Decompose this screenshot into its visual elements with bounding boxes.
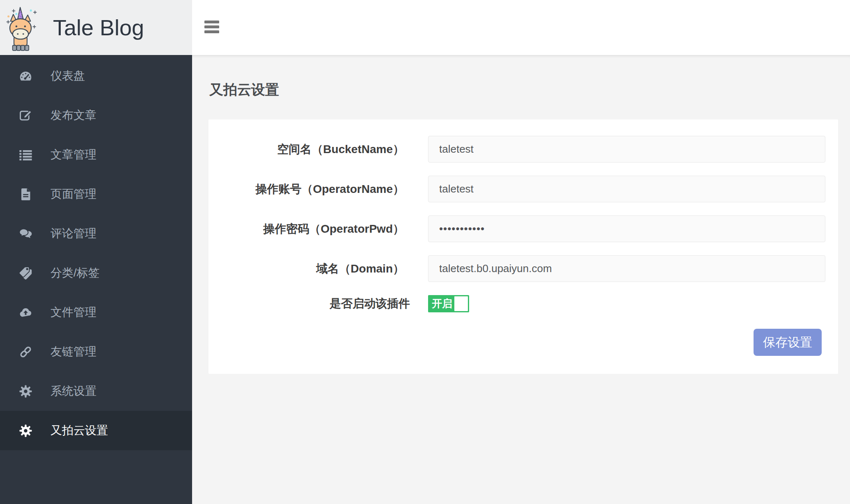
form-row-operatorpwd: 操作密码（OperatorPwd）	[208, 215, 838, 242]
sidebar-item-comment-management[interactable]: 评论管理	[0, 214, 192, 253]
page-title: 又拍云设置	[192, 55, 850, 99]
sidebar-item-publish-article[interactable]: 发布文章	[0, 96, 192, 135]
page-icon	[18, 187, 32, 201]
list-icon	[18, 148, 32, 162]
sidebar-item-label: 文章管理	[50, 147, 96, 163]
save-settings-button[interactable]: 保存设置	[754, 329, 822, 356]
sidebar-menu: 仪表盘 发布文章 文章管理 页面管理 评论管理	[0, 55, 192, 450]
form-row-plugin-toggle: 是否启动该插件 开启	[208, 295, 838, 312]
form-row-bucketname: 空间名（BucketName）	[208, 119, 838, 163]
sidebar-item-categories-tags[interactable]: 分类/标签	[0, 253, 192, 293]
top-header	[192, 0, 850, 55]
dashboard-icon	[18, 69, 32, 83]
link-icon	[18, 345, 32, 359]
sidebar-item-label: 分类/标签	[50, 265, 100, 281]
cloud-upload-icon	[18, 305, 32, 319]
bucketname-input[interactable]	[428, 136, 825, 163]
sidebar-item-upyun-settings[interactable]: 又拍云设置	[0, 411, 192, 450]
operatorpwd-label: 操作密码（OperatorPwd）	[208, 221, 404, 237]
gear-icon	[18, 424, 32, 438]
unicorn-icon	[3, 7, 38, 52]
toggle-state-label: 开启	[432, 297, 452, 310]
sidebar-item-label: 友链管理	[50, 344, 96, 360]
gear-icon	[18, 384, 32, 398]
sidebar-item-label: 文件管理	[50, 305, 96, 320]
main-area: 又拍云设置 空间名（BucketName） 操作账号（OperatorName）…	[192, 0, 850, 504]
sidebar-item-label: 系统设置	[50, 383, 96, 399]
sidebar-item-file-management[interactable]: 文件管理	[0, 293, 192, 332]
bucketname-label: 空间名（BucketName）	[208, 142, 404, 157]
tags-icon	[18, 266, 32, 280]
sidebar-item-label: 页面管理	[50, 186, 96, 202]
sidebar: Tale Blog 仪表盘 发布文章 文章管理 页面管理	[0, 0, 192, 504]
sidebar-item-article-management[interactable]: 文章管理	[0, 135, 192, 174]
domain-input[interactable]	[428, 255, 825, 282]
sidebar-item-dashboard[interactable]: 仪表盘	[0, 56, 192, 96]
edit-icon	[18, 108, 32, 122]
toggle-knob	[454, 296, 468, 311]
sidebar-item-label: 发布文章	[50, 108, 96, 123]
form-row-domain: 域名（Domain）	[208, 255, 838, 282]
form-row-operatorname: 操作账号（OperatorName）	[208, 176, 838, 202]
domain-label: 域名（Domain）	[208, 261, 404, 277]
operatorpwd-input[interactable]	[428, 215, 825, 242]
hamburger-menu-icon[interactable]	[204, 21, 219, 33]
comments-icon	[18, 227, 32, 241]
sidebar-item-label: 又拍云设置	[50, 423, 108, 438]
operatorname-label: 操作账号（OperatorName）	[208, 181, 404, 197]
plugin-enable-toggle[interactable]: 开启	[428, 295, 469, 312]
sidebar-item-friend-links[interactable]: 友链管理	[0, 332, 192, 371]
plugin-toggle-label: 是否启动该插件	[208, 296, 410, 312]
sidebar-item-label: 仪表盘	[50, 68, 85, 84]
sidebar-item-label: 评论管理	[50, 226, 96, 241]
app-logo: Tale Blog	[0, 0, 192, 55]
content-area: 又拍云设置 空间名（BucketName） 操作账号（OperatorName）…	[192, 55, 850, 504]
settings-card: 空间名（BucketName） 操作账号（OperatorName） 操作密码（…	[208, 119, 838, 374]
operatorname-input[interactable]	[428, 176, 825, 202]
app-title: Tale Blog	[53, 15, 144, 40]
sidebar-item-system-settings[interactable]: 系统设置	[0, 371, 192, 411]
sidebar-item-page-management[interactable]: 页面管理	[0, 174, 192, 214]
